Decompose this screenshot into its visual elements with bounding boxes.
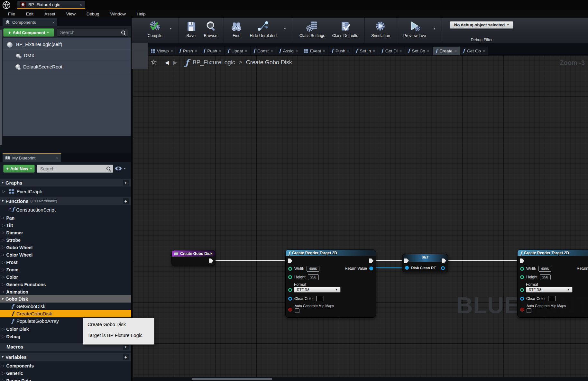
expander-expanded-icon[interactable]: ▼ bbox=[1, 199, 4, 203]
section-graphs[interactable]: ▼ Graphs + bbox=[0, 179, 131, 186]
graph-tab[interactable]: Const × bbox=[251, 47, 276, 55]
bool-pin[interactable] bbox=[520, 308, 524, 312]
width-value-input[interactable]: 4096 bbox=[307, 266, 319, 272]
visibility-eye-icon[interactable] bbox=[115, 167, 122, 170]
expander-collapsed-icon[interactable]: ▷ bbox=[2, 231, 5, 235]
chevron-down-icon[interactable]: ▼ bbox=[284, 27, 286, 30]
int-pin[interactable] bbox=[288, 275, 292, 279]
chevron-down-icon[interactable]: ▼ bbox=[170, 27, 172, 30]
expander-collapsed-icon[interactable]: ▷ bbox=[2, 282, 5, 286]
add-macro-button[interactable]: + bbox=[123, 344, 129, 350]
components-scrollbar[interactable] bbox=[0, 30, 2, 145]
clear-color-swatch[interactable] bbox=[316, 296, 324, 301]
variable-category-row[interactable]: ▷ Param Data bbox=[0, 377, 131, 381]
section-variables[interactable]: ▼ Variables + bbox=[0, 353, 131, 361]
graph-tab[interactable]: Set Co × bbox=[405, 47, 432, 55]
object-in-pin[interactable] bbox=[405, 266, 409, 270]
node-header[interactable]: ƒ Create Render Target 2D bbox=[286, 250, 376, 256]
graph-tab[interactable]: Create × bbox=[433, 47, 460, 55]
find-button[interactable]: Find bbox=[230, 20, 243, 38]
expander-expanded-icon[interactable]: ▼ bbox=[1, 297, 4, 301]
close-icon[interactable]: × bbox=[296, 49, 298, 53]
close-icon[interactable]: × bbox=[56, 156, 59, 160]
chevron-down-icon[interactable]: ▼ bbox=[124, 167, 126, 170]
graph-tab[interactable]: Set In × bbox=[353, 47, 378, 55]
return-value-pin[interactable] bbox=[369, 267, 373, 270]
graph-tab[interactable]: Event × bbox=[301, 47, 328, 55]
graph-tab[interactable]: Get Di × bbox=[378, 47, 405, 55]
list-item-eventgraph[interactable]: ▷ EventGraph bbox=[0, 187, 131, 195]
function-category-row[interactable]: ▷ Tilt bbox=[0, 222, 131, 229]
expander-expanded-icon[interactable]: ▼ bbox=[1, 355, 4, 358]
expander-collapsed-icon[interactable]: ▷ bbox=[2, 253, 5, 257]
node-create-render-target-2d[interactable]: ƒ Create Render Target 2D Width 4096 Ret… bbox=[285, 249, 376, 318]
category-gobo-disk[interactable]: ▼ Gobo Disk bbox=[0, 295, 131, 303]
clear-color-swatch[interactable] bbox=[548, 296, 556, 301]
format-dropdown[interactable]: RTF R8 ▼ bbox=[294, 287, 341, 293]
close-icon[interactable]: × bbox=[79, 3, 82, 7]
menu-item[interactable]: Edit bbox=[21, 11, 39, 17]
expander-expanded-icon[interactable]: ▼ bbox=[1, 181, 4, 184]
my-blueprint-search-input[interactable] bbox=[40, 166, 106, 172]
add-component-button[interactable]: + Add Component ▼ bbox=[3, 28, 54, 37]
menu-item[interactable]: Debug bbox=[81, 11, 105, 17]
add-function-button[interactable]: + bbox=[123, 198, 129, 204]
graph-tab[interactable]: Push × bbox=[176, 47, 200, 55]
exec-out-pin[interactable] bbox=[369, 259, 373, 263]
tree-item-scene-root[interactable]: DefaultSceneRoot bbox=[3, 61, 131, 72]
int-pin[interactable] bbox=[520, 275, 524, 279]
expander-collapsed-icon[interactable]: ▷ bbox=[2, 290, 5, 294]
chevron-down-icon[interactable]: ▼ bbox=[433, 27, 436, 30]
close-icon[interactable]: × bbox=[171, 49, 173, 53]
graph-horizontal-scrollbar[interactable] bbox=[133, 377, 588, 381]
width-value-input[interactable]: 4096 bbox=[538, 266, 551, 272]
variable-category-row[interactable]: ▷ Components bbox=[0, 362, 131, 369]
preview-live-button[interactable]: Preview Live bbox=[403, 20, 426, 38]
close-icon[interactable]: × bbox=[52, 20, 55, 24]
int-pin[interactable] bbox=[520, 267, 524, 271]
browse-button[interactable]: Browse bbox=[204, 20, 217, 38]
height-value-input[interactable]: 256 bbox=[540, 274, 551, 280]
add-graph-button[interactable]: + bbox=[123, 180, 129, 186]
function-category-row[interactable]: ▷ Pan bbox=[0, 214, 131, 222]
struct-pin[interactable] bbox=[288, 297, 292, 301]
graph-tab[interactable]: Assig × bbox=[276, 47, 300, 55]
close-icon[interactable]: × bbox=[373, 49, 375, 53]
close-icon[interactable]: × bbox=[483, 49, 485, 53]
close-icon[interactable]: × bbox=[455, 49, 457, 53]
enum-pin[interactable] bbox=[288, 288, 292, 292]
close-icon[interactable]: × bbox=[245, 49, 247, 53]
close-icon[interactable]: × bbox=[347, 49, 350, 53]
function-category-row[interactable]: ▷ Dimmer bbox=[0, 229, 131, 236]
node-header[interactable]: Create Gobo Disk bbox=[172, 250, 215, 257]
tab-components[interactable]: Components × bbox=[3, 18, 57, 26]
graph-tab[interactable]: Push × bbox=[328, 47, 352, 55]
format-dropdown[interactable]: RTF R8 ▼ bbox=[526, 287, 573, 293]
enum-pin[interactable] bbox=[520, 288, 524, 292]
exec-in-pin[interactable] bbox=[288, 259, 292, 263]
expander-collapsed-icon[interactable]: ▷ bbox=[2, 371, 5, 375]
graph-tab[interactable]: Push × bbox=[200, 47, 224, 55]
menu-item[interactable]: Help bbox=[131, 11, 151, 17]
graph-tab[interactable]: Updat × bbox=[225, 47, 250, 55]
close-icon[interactable]: × bbox=[400, 49, 402, 53]
tree-item-self[interactable]: BP_FixtureLogic(self) bbox=[3, 39, 131, 50]
mipmaps-checkbox[interactable] bbox=[295, 308, 299, 313]
menu-item[interactable]: Window bbox=[105, 11, 131, 17]
menu-item[interactable]: File bbox=[3, 11, 21, 17]
function-category-row[interactable]: ▷ Animation bbox=[0, 288, 131, 295]
expander-collapsed-icon[interactable]: ▷ bbox=[2, 378, 5, 381]
expander-collapsed-icon[interactable]: ▷ bbox=[2, 334, 5, 339]
exec-out-pin[interactable] bbox=[209, 259, 213, 263]
close-icon[interactable]: × bbox=[271, 49, 273, 53]
components-search-input[interactable] bbox=[60, 30, 121, 35]
struct-pin[interactable] bbox=[520, 297, 524, 301]
expander-collapsed-icon[interactable]: ▷ bbox=[2, 268, 5, 272]
node-header[interactable]: ƒ Create Render Target 2D bbox=[518, 250, 588, 256]
node-header[interactable]: SET bbox=[402, 254, 448, 262]
expander-collapsed-icon[interactable]: ▷ bbox=[2, 238, 5, 242]
function-item-getgobodisk[interactable]: ƒ GetGoboDisk bbox=[0, 303, 131, 310]
function-category-row[interactable]: ▷ Generic Functions bbox=[0, 281, 131, 288]
expander-collapsed-icon[interactable]: ▷ bbox=[2, 275, 5, 279]
node-set-disk-clean-rt[interactable]: SET Disk Clean RT bbox=[402, 254, 448, 272]
